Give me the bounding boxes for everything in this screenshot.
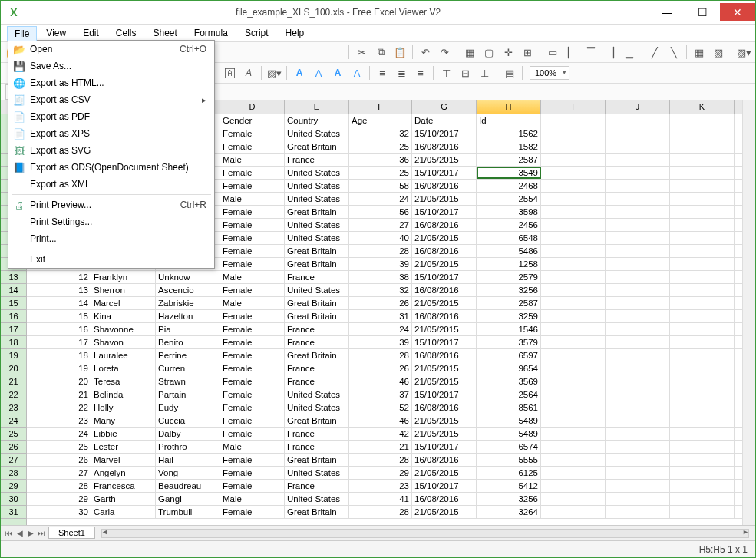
cell[interactable]: Great Britain: [285, 258, 349, 270]
cell[interactable]: [541, 245, 606, 257]
cell[interactable]: France: [285, 480, 349, 492]
cell[interactable]: Country: [285, 114, 349, 127]
cell[interactable]: [606, 467, 670, 479]
menu-item-export-as-csv[interactable]: 🧾Export as CSV▸: [8, 91, 214, 108]
cell[interactable]: France: [285, 271, 349, 283]
cell[interactable]: [606, 454, 670, 466]
cell[interactable]: [670, 428, 735, 440]
cell[interactable]: Male: [220, 193, 285, 205]
cell[interactable]: Libbie: [91, 428, 156, 440]
font-color-1-icon[interactable]: A: [291, 64, 308, 81]
sheet-tab[interactable]: Sheet1: [48, 527, 95, 539]
cell[interactable]: 1582: [477, 140, 541, 153]
cell[interactable]: 3549: [477, 167, 541, 179]
row-header[interactable]: 22: [1, 388, 26, 401]
cell[interactable]: Male: [220, 441, 285, 453]
row-header[interactable]: 20: [1, 362, 26, 375]
cell[interactable]: 39: [349, 336, 412, 348]
cell[interactable]: 30: [27, 506, 91, 518]
cell[interactable]: [670, 193, 735, 205]
cell[interactable]: 5555: [477, 454, 541, 466]
border-cross-icon[interactable]: ✛: [500, 44, 517, 61]
paste-icon[interactable]: 📋: [391, 44, 408, 61]
cell[interactable]: 16/08/2016: [412, 454, 477, 466]
cell[interactable]: [541, 375, 606, 388]
cell[interactable]: [670, 323, 735, 335]
cell[interactable]: [606, 310, 670, 322]
cell[interactable]: 1546: [477, 323, 541, 335]
cell[interactable]: Great Britain: [285, 310, 349, 322]
cell[interactable]: [670, 167, 735, 179]
cell[interactable]: Age: [349, 114, 412, 127]
cell[interactable]: Holly: [91, 401, 156, 414]
cell[interactable]: France: [285, 375, 349, 388]
cell[interactable]: 1258: [477, 258, 541, 270]
cell[interactable]: 29: [349, 467, 412, 479]
cell[interactable]: Pia: [156, 323, 220, 335]
cell[interactable]: United States: [285, 167, 349, 179]
border-left-icon[interactable]: ▏: [563, 44, 580, 61]
cell[interactable]: 15/10/2017: [412, 441, 477, 453]
cell[interactable]: Hail: [156, 454, 220, 466]
cell[interactable]: 32: [349, 284, 412, 296]
close-button[interactable]: ✕: [720, 3, 755, 21]
cell[interactable]: [541, 467, 606, 479]
cell[interactable]: 16/08/2016: [412, 493, 477, 505]
menu-help[interactable]: Help: [278, 25, 312, 41]
format-1-icon[interactable]: ▦: [691, 44, 708, 61]
cell[interactable]: [606, 493, 670, 505]
cell[interactable]: Lauralee: [91, 349, 156, 362]
cell[interactable]: Unknow: [156, 271, 220, 283]
cell[interactable]: Female: [220, 127, 285, 140]
align-left-icon[interactable]: ≡: [374, 64, 391, 81]
menu-item-print-preview[interactable]: 🖨Print Preview...Ctrl+R: [8, 196, 214, 213]
cell[interactable]: Female: [220, 323, 285, 335]
cell[interactable]: Male: [220, 297, 285, 309]
cell[interactable]: [670, 506, 735, 518]
cell[interactable]: France: [285, 428, 349, 440]
cell[interactable]: [670, 467, 735, 479]
cell[interactable]: 2564: [477, 388, 541, 401]
cell[interactable]: 21: [27, 388, 91, 401]
cell[interactable]: 1562: [477, 127, 541, 140]
cell[interactable]: 46: [349, 375, 412, 388]
vertical-scrollbar[interactable]: [742, 100, 755, 525]
cell[interactable]: [541, 258, 606, 270]
cell[interactable]: 3264: [477, 506, 541, 518]
cell[interactable]: France: [285, 336, 349, 348]
cell[interactable]: Cuccia: [156, 414, 220, 427]
cell[interactable]: [670, 375, 735, 388]
cell[interactable]: [670, 245, 735, 257]
border-top-icon[interactable]: ▔: [583, 44, 599, 61]
column-header-J[interactable]: J: [606, 100, 670, 114]
cell[interactable]: Great Britain: [285, 140, 349, 153]
cell[interactable]: 15/10/2017: [412, 388, 477, 401]
cell[interactable]: 3569: [477, 375, 541, 388]
cell[interactable]: [670, 493, 735, 505]
line-diag2-icon[interactable]: ╲: [665, 44, 682, 61]
cell[interactable]: [541, 493, 606, 505]
wrap-icon[interactable]: ▤: [501, 64, 518, 81]
font-grow-icon[interactable]: A: [329, 64, 346, 81]
cell[interactable]: 28: [349, 349, 412, 362]
cell[interactable]: [606, 401, 670, 414]
cell[interactable]: [541, 323, 606, 335]
cell[interactable]: 21/05/2015: [412, 232, 477, 244]
cell[interactable]: 28: [349, 454, 412, 466]
cell[interactable]: 26: [27, 454, 91, 466]
cell[interactable]: 3256: [477, 493, 541, 505]
border-right-icon[interactable]: ▕: [602, 44, 619, 61]
cell[interactable]: United States: [285, 284, 349, 296]
cell[interactable]: Shavon: [91, 336, 156, 348]
cell[interactable]: [541, 310, 606, 322]
cell[interactable]: [670, 336, 735, 348]
cell[interactable]: [541, 114, 606, 127]
menu-cells[interactable]: Cells: [108, 25, 144, 41]
cell[interactable]: 42: [349, 428, 412, 440]
cell[interactable]: [606, 362, 670, 375]
cell[interactable]: [606, 140, 670, 153]
cell[interactable]: 40: [349, 232, 412, 244]
tab-nav[interactable]: ⏮◀▶⏭: [4, 529, 47, 537]
column-header-F[interactable]: F: [349, 100, 412, 114]
cell[interactable]: Female: [220, 362, 285, 375]
